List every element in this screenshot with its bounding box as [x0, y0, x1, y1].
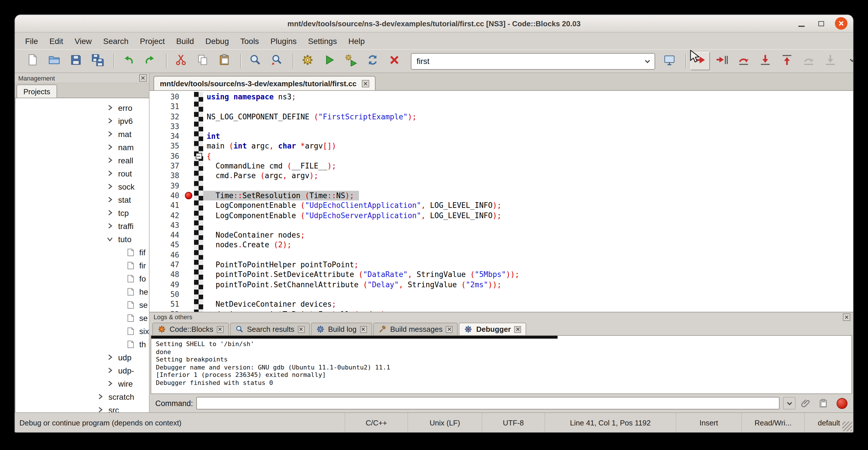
run-button[interactable]	[319, 52, 339, 70]
breakpoint-margin[interactable]	[184, 260, 194, 270]
line-number[interactable]: 32	[150, 112, 184, 122]
line-number[interactable]: 31	[150, 102, 184, 112]
tree-item-tcp[interactable]: tcp	[16, 206, 149, 219]
line-number[interactable]: 48	[150, 270, 184, 280]
breakpoint-margin[interactable]	[184, 171, 194, 181]
paste-button[interactable]	[215, 52, 234, 70]
fold-margin[interactable]	[194, 181, 203, 191]
tab-close-button[interactable]	[298, 326, 305, 333]
tree-item-udp[interactable]: udp-	[16, 364, 149, 377]
chevron-right-icon[interactable]	[104, 197, 115, 203]
line-number[interactable]: 33	[150, 122, 184, 132]
line-number[interactable]: 30	[150, 92, 184, 102]
breakpoint-margin[interactable]	[184, 181, 194, 191]
tree-item-tuto[interactable]: tuto	[16, 233, 149, 245]
logs-tab-build-log[interactable]: Build log	[311, 323, 372, 335]
copy-button[interactable]	[193, 52, 212, 70]
menu-edit[interactable]: Edit	[44, 34, 69, 48]
tree-item-six[interactable]: six	[16, 324, 149, 337]
breakpoint-margin[interactable]	[184, 290, 194, 300]
tree-item-wire[interactable]: wire	[16, 377, 149, 390]
tree-item-se[interactable]: se	[16, 311, 149, 324]
line-number[interactable]: 45	[150, 240, 184, 250]
fold-margin[interactable]	[194, 290, 203, 300]
step-out-button[interactable]	[777, 52, 797, 70]
menu-debug[interactable]: Debug	[200, 34, 235, 48]
logs-tab-build-messages[interactable]: Build messages	[373, 323, 458, 335]
fold-margin[interactable]	[194, 171, 203, 181]
tree-item-reall[interactable]: reall	[16, 154, 149, 167]
breakpoint-margin[interactable]	[184, 201, 194, 211]
copy-log-button[interactable]	[816, 396, 830, 410]
line-number[interactable]: 52	[150, 309, 184, 312]
chevron-right-icon[interactable]	[104, 183, 115, 189]
logs-tab-debugger[interactable]: Debugger	[459, 323, 526, 335]
fold-margin[interactable]	[194, 250, 203, 260]
line-number[interactable]: 51	[150, 299, 184, 309]
line-number[interactable]: 35	[150, 141, 184, 151]
next-line-button[interactable]	[734, 52, 753, 70]
logs-tab-code-blocks[interactable]: Code::Blocks	[152, 323, 228, 335]
tab-close-button[interactable]	[446, 326, 453, 333]
fold-marker-icon[interactable]	[195, 153, 202, 159]
build-target-combobox[interactable]: first	[411, 53, 655, 69]
redo-button[interactable]	[141, 52, 160, 70]
tree-item-rout[interactable]: rout	[16, 167, 149, 180]
line-number[interactable]: 47	[150, 260, 184, 270]
tree-item-th[interactable]: th	[16, 337, 149, 351]
rebuild-button[interactable]	[363, 52, 382, 70]
chevron-right-icon[interactable]	[104, 354, 115, 360]
run-to-cursor-button[interactable]	[712, 52, 732, 70]
fold-margin[interactable]	[194, 240, 203, 250]
menu-plugins[interactable]: Plugins	[265, 34, 303, 48]
breakpoint-margin[interactable]	[184, 122, 194, 132]
breakpoint-margin[interactable]	[184, 299, 194, 309]
line-number[interactable]: 42	[150, 210, 184, 220]
tab-close-button[interactable]	[514, 326, 521, 333]
tree-item-traffi[interactable]: traffi	[16, 219, 149, 233]
line-number[interactable]: 34	[150, 131, 184, 141]
close-button[interactable]	[835, 17, 847, 30]
fold-margin[interactable]	[194, 230, 203, 240]
line-number[interactable]: 39	[150, 181, 184, 191]
menu-build[interactable]: Build	[170, 34, 199, 48]
menu-search[interactable]: Search	[98, 34, 134, 48]
undo-button[interactable]	[119, 52, 138, 70]
breakpoint-margin[interactable]	[184, 240, 194, 250]
chevron-right-icon[interactable]	[104, 380, 115, 387]
menu-tools[interactable]: Tools	[235, 34, 265, 48]
editor-tab-close-button[interactable]	[362, 80, 369, 87]
chevron-right-icon[interactable]	[104, 144, 115, 150]
tree-item-fir[interactable]: fir	[16, 259, 149, 272]
breakpoint-margin[interactable]	[184, 112, 194, 122]
logs-tab-search-results[interactable]: Search results	[230, 323, 310, 335]
fold-margin[interactable]	[194, 92, 203, 102]
replace-button[interactable]	[267, 52, 286, 70]
fold-margin[interactable]	[194, 309, 203, 312]
code-editor[interactable]: 30using namespace ns3;3132NS_LOG_COMPONE…	[150, 91, 853, 312]
debug-continue-button[interactable]	[690, 52, 710, 70]
breakpoint-margin[interactable]	[184, 279, 194, 290]
fold-margin[interactable]	[194, 141, 203, 151]
fold-margin[interactable]	[194, 279, 203, 290]
cut-button[interactable]	[171, 52, 191, 70]
fold-margin[interactable]	[194, 112, 203, 122]
open-file-button[interactable]	[44, 52, 64, 70]
fold-margin[interactable]	[194, 122, 203, 132]
command-input[interactable]	[196, 397, 779, 410]
fold-margin[interactable]	[194, 220, 203, 231]
next-instruction-button[interactable]	[799, 52, 818, 70]
fold-margin[interactable]	[194, 210, 203, 220]
logs-close-button[interactable]	[843, 313, 850, 321]
tree-item-se[interactable]: se	[16, 298, 149, 311]
chevron-right-icon[interactable]	[104, 223, 115, 229]
line-number[interactable]: 41	[150, 201, 184, 211]
fold-margin[interactable]	[194, 151, 203, 161]
step-into-button[interactable]	[755, 52, 775, 70]
tree-item-scratch[interactable]: scratch	[16, 390, 149, 403]
save-all-button[interactable]	[88, 52, 107, 70]
fold-margin[interactable]	[194, 131, 203, 141]
select-target-button[interactable]	[660, 52, 679, 70]
breakpoint-margin[interactable]	[184, 270, 194, 280]
breakpoint-margin[interactable]	[184, 161, 194, 171]
